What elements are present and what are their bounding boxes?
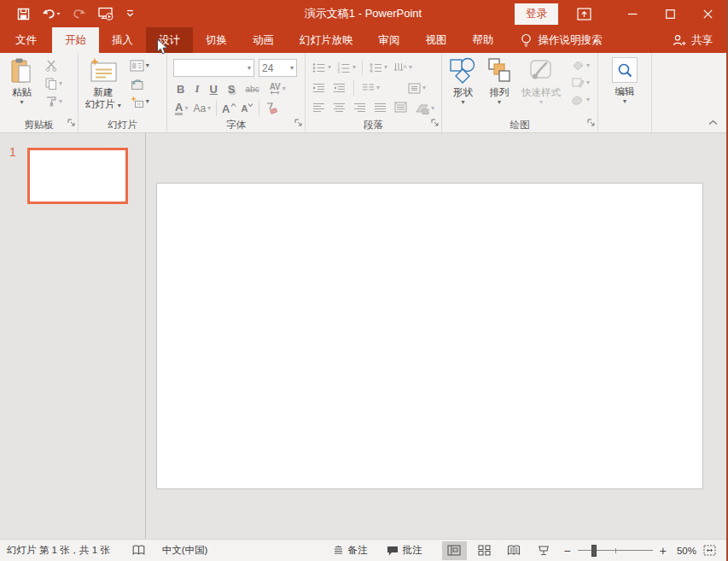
- add-remove-columns-button[interactable]: [394, 101, 407, 116]
- zoom-slider[interactable]: [578, 545, 653, 557]
- slide-sorter-view-button[interactable]: [472, 541, 497, 560]
- tab-review[interactable]: 审阅: [366, 27, 413, 53]
- ribbon-display-options-icon: [577, 8, 591, 20]
- slide-layout-icon: [130, 60, 144, 72]
- slide-thumbnail[interactable]: [27, 148, 128, 204]
- numbering-button[interactable]: 1 2 3 ▾: [337, 62, 356, 73]
- share-button[interactable]: 共享: [673, 27, 726, 53]
- save-button[interactable]: [17, 8, 30, 20]
- new-slide-button[interactable]: 新建 幻灯片 ▾: [85, 57, 121, 110]
- bold-button[interactable]: B: [177, 83, 184, 96]
- italic-button[interactable]: I: [195, 82, 199, 96]
- dropdown-icon: ▾: [184, 105, 188, 112]
- shape-fill-button[interactable]: ▾: [571, 60, 590, 71]
- reading-view-button[interactable]: [502, 541, 527, 560]
- zoom-slider-thumb[interactable]: [591, 545, 597, 557]
- cut-button[interactable]: [45, 60, 62, 72]
- increase-font-size-button[interactable]: A: [222, 102, 236, 115]
- ribbon-display-options-button[interactable]: [577, 8, 591, 20]
- align-left-button[interactable]: [312, 101, 325, 116]
- underline-button[interactable]: U: [209, 83, 217, 96]
- slide-canvas: [146, 133, 726, 539]
- reading-view-icon: [507, 545, 521, 556]
- decrease-font-size-button[interactable]: A: [242, 103, 254, 114]
- tab-home[interactable]: 开始: [52, 27, 99, 53]
- font-size-combo[interactable]: 24 ▾: [259, 59, 297, 77]
- strikethrough-button[interactable]: abc: [246, 85, 259, 94]
- comments-label: 批注: [403, 544, 422, 557]
- smartart-icon: [415, 103, 429, 114]
- justify-button[interactable]: [374, 101, 387, 116]
- start-slideshow-button[interactable]: [98, 7, 114, 20]
- find-icon-box: [612, 57, 638, 83]
- close-button[interactable]: [689, 0, 726, 27]
- maximize-button[interactable]: [651, 0, 689, 27]
- text-shadow-button[interactable]: S: [228, 83, 236, 96]
- collapse-ribbon-button[interactable]: [708, 114, 718, 129]
- text-direction-button[interactable]: A ▾: [393, 62, 412, 73]
- add-section-button[interactable]: ▾: [130, 96, 149, 108]
- shapes-button[interactable]: 形状 ▾: [449, 57, 477, 106]
- tab-file[interactable]: 文件: [0, 27, 52, 53]
- zoom-level[interactable]: 50%: [672, 546, 703, 556]
- font-color-button[interactable]: A ▾: [175, 102, 188, 115]
- clipboard-dialog-launcher[interactable]: [67, 114, 75, 130]
- align-center-button[interactable]: [333, 101, 346, 116]
- undo-button[interactable]: [42, 8, 61, 20]
- notes-button[interactable]: 备注: [333, 544, 368, 557]
- paste-button[interactable]: 粘贴 ▾: [10, 57, 33, 107]
- redo-button[interactable]: [73, 8, 86, 20]
- shape-outline-button[interactable]: ▾: [571, 77, 590, 88]
- font-name-combo[interactable]: ▾: [173, 59, 254, 77]
- text-direction-icon: A: [393, 62, 407, 73]
- tab-view[interactable]: 视图: [413, 27, 460, 53]
- tab-slideshow[interactable]: 幻灯片放映: [287, 27, 366, 53]
- customize-qat-button[interactable]: [126, 9, 134, 18]
- align-right-button[interactable]: [353, 101, 366, 116]
- align-text-button[interactable]: ▾: [408, 83, 426, 94]
- format-painter-button[interactable]: ▾: [45, 96, 62, 107]
- normal-view-button[interactable]: [442, 541, 467, 560]
- dropdown-icon: ▾: [431, 105, 434, 112]
- tab-design[interactable]: 设计: [146, 27, 193, 53]
- slide-layout-button[interactable]: ▾: [130, 60, 149, 72]
- dropdown-icon: ▾: [146, 62, 149, 69]
- reset-slide-button[interactable]: [130, 78, 149, 90]
- quick-styles-button[interactable]: 快速样式 ▾: [521, 57, 561, 106]
- drawing-group: 形状 ▾ 排列 ▾: [442, 53, 598, 132]
- clear-formatting-button[interactable]: [265, 102, 277, 114]
- font-dialog-launcher[interactable]: [294, 114, 302, 130]
- slideshow-view-button[interactable]: [532, 541, 556, 560]
- spell-check-button[interactable]: [132, 545, 145, 556]
- shape-effects-button[interactable]: ▾: [571, 94, 590, 105]
- line-spacing-button[interactable]: ▾: [369, 62, 387, 73]
- minimize-button[interactable]: [614, 0, 651, 27]
- decrease-indent-button[interactable]: [312, 83, 325, 93]
- drawing-dialog-launcher[interactable]: [587, 114, 595, 130]
- language-indicator[interactable]: 中文(中国): [162, 544, 208, 557]
- convert-to-smartart-button[interactable]: ▾: [415, 103, 434, 114]
- bullets-button[interactable]: ▾: [312, 62, 331, 73]
- tab-insert[interactable]: 插入: [99, 27, 146, 53]
- arrange-button[interactable]: 排列 ▾: [487, 57, 511, 106]
- sign-in-button[interactable]: 登录: [515, 3, 558, 25]
- tab-animations[interactable]: 动画: [240, 27, 287, 53]
- slides-group: 新建 幻灯片 ▾ ▾: [79, 53, 167, 132]
- zoom-out-button[interactable]: −: [559, 544, 576, 558]
- fit-to-window-button[interactable]: [703, 545, 719, 556]
- tab-transitions[interactable]: 切换: [193, 27, 240, 53]
- zoom-in-button[interactable]: +: [655, 544, 672, 558]
- slide[interactable]: [156, 183, 703, 489]
- distribute-icon: [394, 102, 407, 113]
- paragraph-dialog-launcher[interactable]: [431, 114, 439, 130]
- tab-help[interactable]: 帮助: [460, 27, 507, 53]
- editing-button[interactable]: 编辑 ▾: [598, 57, 651, 105]
- increase-indent-button[interactable]: [333, 83, 346, 93]
- title-bar: 演示文稿1 - PowerPoint: [0, 0, 726, 27]
- columns-button[interactable]: ▾: [362, 83, 380, 93]
- character-spacing-button[interactable]: AV ▾: [270, 83, 286, 95]
- change-case-button[interactable]: Aa ▾: [193, 102, 211, 114]
- tell-me-search[interactable]: 操作说明搜索: [521, 27, 603, 53]
- comments-button[interactable]: 批注: [387, 544, 422, 557]
- copy-button[interactable]: ▾: [45, 78, 62, 90]
